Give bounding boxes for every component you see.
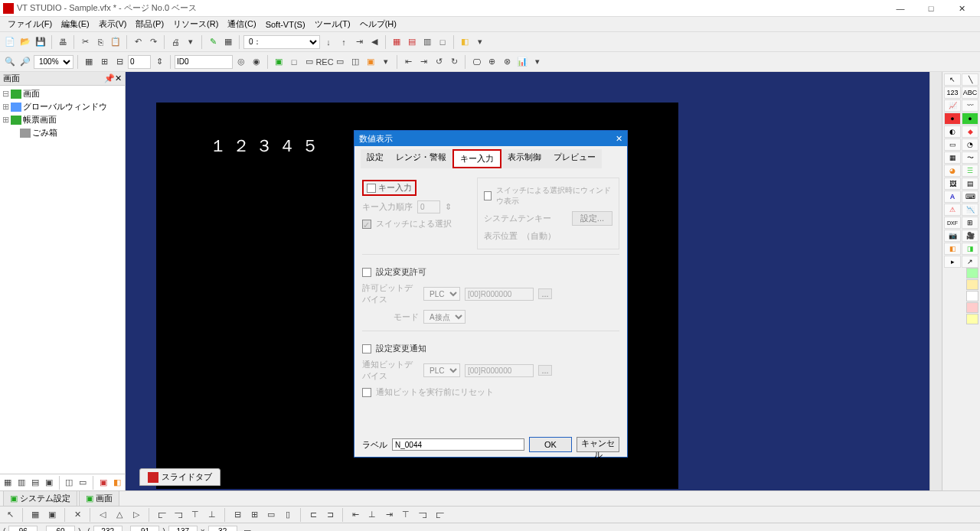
mp2-icon[interactable] (966, 279, 978, 290)
maximize-button[interactable]: □ (916, 1, 946, 16)
y1-input[interactable] (46, 526, 75, 532)
numeric-display[interactable]: １２３４５ (210, 135, 325, 158)
al21-icon[interactable]: ⊤ (399, 508, 413, 522)
mp5-icon[interactable] (966, 314, 978, 324)
al18-icon[interactable]: ⇤ (348, 508, 362, 522)
al14-icon[interactable]: ▭ (264, 508, 278, 522)
rp-text-icon[interactable]: 123 (944, 86, 961, 99)
grid-num[interactable] (128, 55, 151, 69)
al11-icon[interactable]: ⊥ (205, 508, 219, 522)
al13-icon[interactable]: ⊞ (247, 508, 261, 522)
grid-icon[interactable]: ▦ (82, 55, 96, 69)
w7-icon[interactable]: ▾ (379, 55, 393, 69)
st6-icon[interactable]: ▭ (77, 476, 89, 490)
dialog-titlebar[interactable]: 数値表示 ✕ (354, 131, 627, 146)
st1-icon[interactable]: ▦ (2, 476, 14, 490)
w2-icon[interactable]: □ (287, 55, 301, 69)
rp-chart-icon[interactable]: 📈 (944, 99, 961, 112)
tab-system[interactable]: ▣システム設定 (3, 490, 77, 507)
open-icon[interactable]: 📂 (18, 35, 32, 49)
w3-icon[interactable]: ▭ (302, 55, 316, 69)
w6-icon[interactable]: ▣ (364, 55, 377, 69)
al3-icon[interactable]: ▣ (45, 508, 59, 522)
al12-icon[interactable]: ⊟ (230, 508, 244, 522)
rp-table-icon[interactable]: ▦ (944, 151, 961, 164)
label-input[interactable] (392, 438, 524, 451)
find-icon[interactable]: ◎ (234, 55, 248, 69)
al22-icon[interactable]: ⫎ (416, 508, 430, 522)
rp-alarm-icon[interactable]: ⚠ (944, 204, 961, 216)
rp-a-icon[interactable]: A (944, 191, 961, 203)
change-allow-checkbox[interactable] (362, 268, 371, 277)
rp-list-icon[interactable]: ☰ (962, 165, 978, 177)
zoom-in-icon[interactable]: 🔍 (3, 55, 17, 69)
menu-file[interactable]: ファイル(F) (3, 17, 57, 31)
al20-icon[interactable]: ⇥ (382, 508, 396, 522)
zoom-out-icon[interactable]: 🔎 (18, 55, 32, 69)
ruler-icon[interactable]: ⊟ (113, 55, 126, 69)
menu-help[interactable]: ヘルプ(H) (355, 17, 401, 31)
rp-pie-icon[interactable]: ◕ (944, 165, 961, 177)
change-notify-checkbox[interactable] (362, 344, 371, 353)
x1-input[interactable] (8, 526, 38, 532)
net-icon[interactable]: ⊕ (485, 55, 498, 69)
al5-icon[interactable]: ◁ (96, 508, 109, 522)
chart-icon[interactable]: 📊 (515, 55, 529, 69)
rp-meter-icon[interactable]: ◔ (962, 138, 978, 151)
replace-icon[interactable]: ◉ (250, 55, 263, 69)
db-icon[interactable]: ⊗ (500, 55, 514, 69)
page-combo[interactable]: 0： (243, 35, 320, 49)
w1-icon[interactable]: ▣ (272, 55, 286, 69)
new-icon[interactable]: 📄 (3, 35, 17, 49)
arrow-down-icon[interactable]: ↓ (322, 35, 335, 49)
menu-edit[interactable]: 編集(E) (57, 17, 94, 31)
tree-item-screen[interactable]: ⊟ 画面 (2, 87, 123, 100)
back-icon[interactable]: ◀ (368, 35, 381, 49)
minimize-button[interactable]: — (885, 1, 916, 16)
st2-icon[interactable]: ▥ (15, 476, 28, 490)
edit-icon[interactable]: ✎ (206, 35, 220, 49)
close-button[interactable]: ✕ (946, 1, 977, 16)
al23-icon[interactable]: ⫍ (433, 508, 446, 522)
ok-button[interactable]: OK (529, 437, 572, 452)
menu-comm[interactable]: 通信(C) (223, 17, 260, 31)
rp-lamp1-icon[interactable]: ● (944, 112, 961, 125)
rp-lamp2-icon[interactable]: ● (962, 112, 978, 125)
mp3-icon[interactable] (966, 291, 978, 301)
rp-c1-icon[interactable]: ◧ (944, 243, 961, 255)
al9-icon[interactable]: ⫎ (172, 508, 185, 522)
al16-icon[interactable]: ⊏ (306, 508, 320, 522)
dialog-close-icon[interactable]: ✕ (616, 134, 622, 144)
tree-item-trash[interactable]: ごみ箱 (2, 126, 123, 139)
rp-sw1-icon[interactable]: ◐ (944, 125, 961, 138)
h-input[interactable] (208, 526, 237, 532)
al10-icon[interactable]: ⊤ (188, 508, 202, 522)
st3-icon[interactable]: ▤ (29, 476, 41, 490)
c1-icon[interactable]: ⇤ (401, 55, 415, 69)
rp-img-icon[interactable]: 🖼 (944, 178, 961, 190)
al17-icon[interactable]: ⊐ (323, 508, 337, 522)
al6-icon[interactable]: △ (113, 508, 126, 522)
w-input[interactable] (168, 526, 198, 532)
rp-c3-icon[interactable]: ▸ (944, 256, 961, 268)
al15-icon[interactable]: ▯ (281, 508, 295, 522)
key-input-checkbox[interactable] (367, 184, 376, 193)
print-icon[interactable]: 🖶 (56, 35, 70, 49)
c3-icon[interactable]: ↺ (432, 55, 446, 69)
rp-c4-icon[interactable]: ↗ (962, 256, 978, 268)
tab-preview[interactable]: プレビュー (547, 149, 602, 168)
tab-settei[interactable]: 設定 (361, 149, 390, 168)
t1-icon[interactable]: ▦ (390, 35, 403, 49)
rp-sw2-icon[interactable]: ◆ (962, 125, 978, 138)
st4-icon[interactable]: ▣ (43, 476, 55, 490)
x2-input[interactable] (93, 526, 122, 532)
rp-grp-icon[interactable]: ⊞ (962, 217, 978, 229)
cancel-button[interactable]: キャンセル (577, 437, 619, 452)
rp-dxf-icon[interactable]: DXF (944, 217, 961, 229)
rp-line-icon[interactable]: ╲ (962, 73, 978, 86)
arrow-up-icon[interactable]: ↑ (337, 35, 351, 49)
monitor-icon[interactable]: 🖵 (469, 55, 483, 69)
rp-vid-icon[interactable]: 🎥 (962, 230, 978, 242)
tree-item-global[interactable]: ⊞ グローバルウィンドウ (2, 100, 123, 113)
coord-apply-icon[interactable]: ▭ (240, 525, 254, 532)
